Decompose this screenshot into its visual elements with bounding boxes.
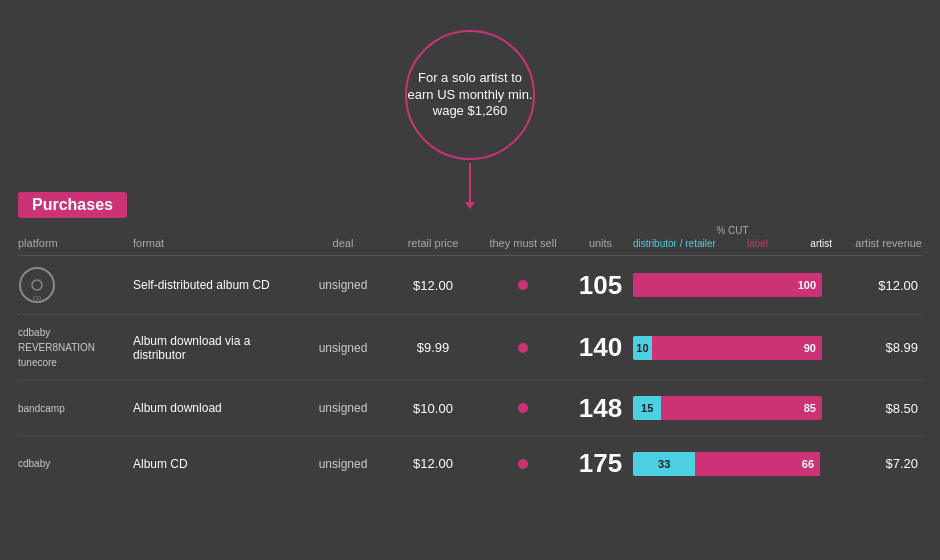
table-row: CD Self-distributed album CD unsigned $1… bbox=[18, 256, 922, 315]
format-cell: Self-distributed album CD bbox=[133, 278, 298, 292]
units-cell: 175 bbox=[568, 448, 633, 479]
bar-magenta: 66 bbox=[695, 452, 820, 476]
bar-magenta: 90 bbox=[652, 336, 822, 360]
retail-price-cell: $10.00 bbox=[388, 401, 478, 416]
bar-magenta: 100 bbox=[633, 273, 822, 297]
pct-cut-sublabels: distributor / retailer label artist bbox=[633, 238, 832, 249]
cd-icon: CD bbox=[18, 266, 56, 304]
svg-point-2 bbox=[35, 283, 39, 287]
platform-label: cdbaby bbox=[18, 456, 133, 471]
must-sell-cell bbox=[478, 276, 568, 294]
format-cell: Album CD bbox=[133, 457, 298, 471]
table-row: cdbabyREVER8NATIONtunecore Album downloa… bbox=[18, 315, 922, 381]
main-table: platform format deal retail price they m… bbox=[18, 225, 922, 542]
format-cell: Album download bbox=[133, 401, 298, 415]
must-sell-cell bbox=[478, 339, 568, 357]
must-sell-cell bbox=[478, 399, 568, 417]
deal-cell: unsigned bbox=[298, 401, 388, 415]
retail-price-cell: $12.00 bbox=[388, 278, 478, 293]
header-format: format bbox=[133, 237, 298, 249]
retail-price-cell: $12.00 bbox=[388, 456, 478, 471]
dot-icon bbox=[518, 280, 528, 290]
revenue-cell: $8.50 bbox=[832, 401, 922, 416]
sublabel-label: label bbox=[733, 238, 783, 249]
table-row: bandcamp Album download unsigned $10.00 … bbox=[18, 381, 922, 436]
header-retail: retail price bbox=[388, 237, 478, 249]
revenue-cell: $12.00 bbox=[832, 278, 922, 293]
units-cell: 148 bbox=[568, 393, 633, 424]
callout-arrow bbox=[469, 163, 471, 203]
rows-container: CD Self-distributed album CD unsigned $1… bbox=[18, 256, 922, 491]
header-units: units bbox=[568, 237, 633, 249]
pct-cut-label: % CUT bbox=[633, 225, 832, 236]
platform-cell: bandcamp bbox=[18, 401, 133, 416]
bars-cell: 10 90 bbox=[633, 336, 832, 360]
platform-cell: cdbaby bbox=[18, 456, 133, 471]
bar-dist: 15 bbox=[633, 396, 661, 420]
retail-price-cell: $9.99 bbox=[388, 340, 478, 355]
platform-label: cdbabyREVER8NATIONtunecore bbox=[18, 325, 133, 370]
deal-cell: unsigned bbox=[298, 457, 388, 471]
dot-icon bbox=[518, 403, 528, 413]
sublabel-distributor: distributor / retailer bbox=[633, 238, 733, 249]
header-revenue: artist revenue bbox=[832, 237, 922, 249]
svg-text:CD: CD bbox=[33, 295, 42, 301]
bars-cell: 15 85 bbox=[633, 396, 832, 420]
platform-cell: CD bbox=[18, 266, 133, 304]
table-header: platform format deal retail price they m… bbox=[18, 225, 922, 256]
table-row: cdbaby Album CD unsigned $12.00 175 33 6… bbox=[18, 436, 922, 491]
revenue-cell: $8.99 bbox=[832, 340, 922, 355]
units-cell: 140 bbox=[568, 332, 633, 363]
dot-icon bbox=[518, 343, 528, 353]
bar-dist: 10 bbox=[633, 336, 652, 360]
deal-cell: unsigned bbox=[298, 341, 388, 355]
units-cell: 105 bbox=[568, 270, 633, 301]
callout-text: For a solo artist to earn US monthly min… bbox=[407, 70, 533, 121]
header-deal: deal bbox=[298, 237, 388, 249]
header-platform: platform bbox=[18, 237, 133, 249]
purchases-badge: Purchases bbox=[18, 192, 127, 218]
callout-bubble: For a solo artist to earn US monthly min… bbox=[405, 30, 535, 160]
deal-cell: unsigned bbox=[298, 278, 388, 292]
bar-magenta: 85 bbox=[661, 396, 822, 420]
bar-dist: 33 bbox=[633, 452, 695, 476]
platform-cell: cdbabyREVER8NATIONtunecore bbox=[18, 325, 133, 370]
dot-icon bbox=[518, 459, 528, 469]
format-cell: Album download via a distributor bbox=[133, 334, 298, 362]
bars-cell: 100 bbox=[633, 273, 832, 297]
sublabel-artist: artist bbox=[782, 238, 832, 249]
revenue-cell: $7.20 bbox=[832, 456, 922, 471]
header-pct-cut: % CUT distributor / retailer label artis… bbox=[633, 225, 832, 249]
header-mustSell: they must sell bbox=[478, 237, 568, 249]
bars-cell: 33 66 bbox=[633, 452, 832, 476]
must-sell-cell bbox=[478, 455, 568, 473]
platform-label: bandcamp bbox=[18, 401, 133, 416]
